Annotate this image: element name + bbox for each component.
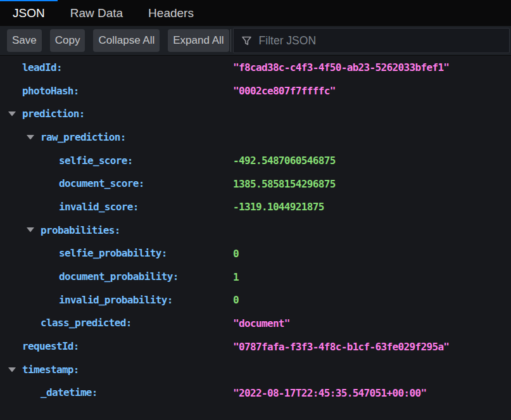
json-value: "document": [233, 317, 290, 329]
tab-bar: JSONRaw DataHeaders: [0, 0, 511, 26]
json-key: selfie_score:: [59, 155, 133, 167]
json-row-requestId: requestId:"0787fafa-f3f3-4f8c-b1cf-63fe0…: [0, 334, 511, 358]
json-value: "2022-08-17T22:45:35.547051+00:00": [233, 386, 426, 398]
json-row-document_score: document_score:1385.5858154296875: [0, 172, 511, 195]
collapse-arrow-icon[interactable]: [26, 135, 41, 140]
json-key: document_score:: [59, 177, 144, 189]
json-tree: leadId:"f8cad38c-c4f3-4f50-ab23-5262033b…: [0, 56, 511, 404]
json-value: -1319.1044921875: [233, 201, 324, 213]
json-key: invalid_score:: [59, 201, 139, 213]
json-row-selfie_probability: selfie_probability:0: [0, 242, 511, 265]
copy-button[interactable]: Copy: [50, 29, 85, 52]
json-row-prediction: prediction:: [0, 102, 511, 125]
collapse-all-button[interactable]: Collapse All: [93, 29, 160, 52]
json-key: _datetime:: [41, 386, 98, 398]
json-key: invalid_probability:: [59, 294, 173, 306]
json-value: 1: [233, 270, 239, 283]
json-value: "0002ce807f7ffffc": [233, 85, 336, 97]
tab-raw-data[interactable]: Raw Data: [58, 0, 136, 26]
json-row-leadId: leadId:"f8cad38c-c4f3-4f50-ab23-5262033b…: [0, 56, 511, 79]
filter-json-input[interactable]: Filter JSON: [233, 28, 510, 53]
json-key: selfie_probability:: [59, 247, 167, 259]
collapse-arrow-icon[interactable]: [8, 111, 22, 117]
json-row-photoHash: photoHash:"0002ce807f7ffffc": [0, 79, 511, 103]
json-row-raw_prediction: raw_prediction:: [0, 125, 511, 149]
json-value: -492.5487060546875: [233, 155, 336, 167]
json-row-invalid_probability: invalid_probability:0: [0, 288, 511, 312]
json-key: requestId:: [22, 340, 79, 352]
tab-json[interactable]: JSON: [0, 0, 58, 26]
toolbar-separator: [230, 29, 231, 52]
json-key: raw_prediction:: [41, 131, 126, 143]
toolbar-buttons: SaveCopyCollapse AllExpand All: [7, 29, 237, 52]
json-key: class_predicted:: [41, 317, 132, 329]
json-key: photoHash:: [22, 85, 79, 97]
json-row-selfie_score: selfie_score:-492.5487060546875: [0, 149, 511, 172]
json-value: 1385.5858154296875: [233, 177, 336, 189]
json-row-class_predicted: class_predicted:"document": [0, 312, 511, 335]
filter-placeholder: Filter JSON: [259, 34, 316, 48]
funnel-icon: [242, 36, 251, 46]
json-value: "0787fafa-f3f3-4f8c-b1cf-63fe029f295a": [233, 340, 449, 352]
json-key: probabilities:: [41, 224, 120, 236]
json-row-invalid_score: invalid_score:-1319.1044921875: [0, 195, 511, 219]
json-row-document_probability: document_probability:1: [0, 265, 511, 288]
collapse-arrow-icon[interactable]: [8, 367, 22, 372]
expand-all-button[interactable]: Expand All: [168, 29, 229, 52]
tab-headers[interactable]: Headers: [136, 0, 206, 26]
toolbar: SaveCopyCollapse AllExpand All Filter JS…: [0, 26, 511, 56]
json-value: 0: [233, 247, 239, 259]
json-value: "f8cad38c-c4f3-4f50-ab23-5262033bfef1": [233, 61, 449, 73]
json-key: timestamp:: [22, 364, 79, 376]
json-row-timestamp: timestamp:: [0, 358, 511, 381]
json-key: document_probability:: [59, 270, 179, 283]
json-row-_datetime: _datetime:"2022-08-17T22:45:35.547051+00…: [0, 381, 511, 405]
json-value: 0: [233, 294, 239, 306]
save-button[interactable]: Save: [7, 29, 42, 52]
json-row-probabilities: probabilities:: [0, 219, 511, 242]
collapse-arrow-icon[interactable]: [26, 227, 41, 232]
json-key: prediction:: [22, 108, 85, 120]
json-key: leadId:: [22, 61, 62, 73]
json-viewer: JSONRaw DataHeaders SaveCopyCollapse All…: [0, 0, 511, 404]
